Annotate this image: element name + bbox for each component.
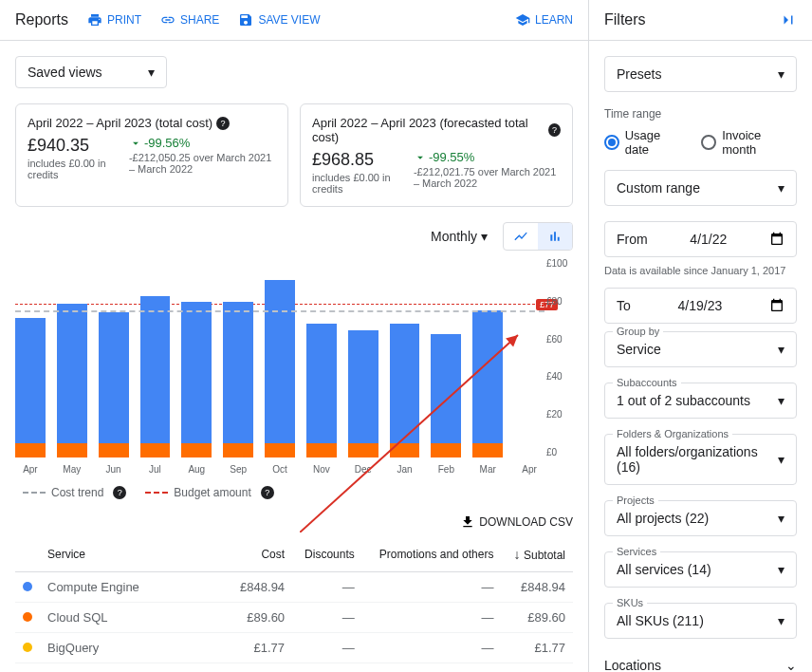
forecast-cost-value: £968.85	[312, 150, 391, 170]
bar-Nov[interactable]: Nov	[306, 324, 337, 457]
help-icon[interactable]: ?	[113, 486, 126, 499]
radio-unchecked-icon	[701, 135, 716, 150]
table-row[interactable]: Cloud SQL£89.60——£89.60	[15, 603, 573, 633]
chart-controls: Monthly ▾	[15, 222, 573, 251]
locations-section[interactable]: Locations⌄	[604, 654, 797, 672]
projects-dropdown[interactable]: ProjectsAll projects (22)▾	[604, 500, 797, 536]
skus-dropdown[interactable]: SKUsAll SKUs (211)▾	[604, 603, 797, 639]
bar-Oct[interactable]: Oct	[265, 280, 295, 457]
calendar-icon	[769, 232, 784, 247]
legend: Cost trend? Budget amount?	[15, 486, 573, 499]
col-cost[interactable]: Cost	[229, 537, 293, 572]
chevron-down-icon: ⌄	[785, 658, 797, 672]
bar-Sep[interactable]: Sep	[223, 302, 253, 457]
filters-header: Filters	[589, 0, 812, 41]
bar-Dec[interactable]: Dec	[348, 330, 378, 457]
interval-dropdown[interactable]: Monthly ▾	[423, 225, 495, 248]
presets-dropdown[interactable]: Presets▾	[604, 56, 797, 92]
header: Reports PRINT SHARE SAVE VIEW LEARN	[0, 0, 588, 41]
help-icon[interactable]: ?	[548, 123, 561, 137]
col-subtotal[interactable]: ↓ Subtotal	[501, 537, 573, 572]
collapse-panel-icon[interactable]	[780, 11, 797, 28]
bar-Apr[interactable]: Apr	[15, 318, 46, 457]
total-cost-card: April 2022 – April 2023 (total cost)? £9…	[15, 103, 288, 207]
bar-Jun[interactable]: Jun	[99, 312, 129, 457]
bar-May[interactable]: May	[57, 304, 87, 457]
chevron-down-icon: ▾	[481, 229, 488, 244]
group-by-dropdown[interactable]: Group byService▾	[604, 331, 797, 367]
help-icon[interactable]: ?	[216, 117, 230, 130]
header-actions: PRINT SHARE SAVE VIEW	[87, 12, 320, 28]
save-icon	[238, 12, 253, 28]
series-dot	[23, 643, 32, 652]
saved-views-dropdown[interactable]: Saved views ▾	[15, 56, 167, 88]
help-icon[interactable]: ?	[261, 486, 274, 499]
print-button[interactable]: PRINT	[87, 12, 141, 28]
content: Saved views ▾ April 2022 – April 2023 (t…	[0, 41, 588, 672]
table-row[interactable]: Cloud Storage£0.02——£0.02	[15, 663, 573, 673]
forecast-cost-card: April 2022 – April 2023 (forecasted tota…	[300, 103, 573, 207]
chart: £77 AprMayJunJulAugSepOctNovDecJanFebMar…	[15, 258, 573, 476]
share-button[interactable]: SHARE	[160, 12, 219, 28]
total-cost-value: £940.35	[28, 136, 106, 156]
chevron-down-icon: ▾	[778, 613, 784, 628]
filters-panel: Filters Presets▾ Time range Usage date I…	[589, 0, 812, 672]
download-icon	[460, 514, 475, 530]
line-chart-toggle[interactable]	[504, 223, 538, 250]
series-dot	[23, 582, 32, 591]
chevron-down-icon: ▾	[778, 393, 784, 408]
learn-button[interactable]: LEARN	[515, 12, 573, 28]
table-row[interactable]: BigQuery£1.77——£1.77	[15, 633, 573, 663]
chevron-down-icon: ▾	[778, 452, 784, 467]
from-hint: Data is available since January 1, 2017	[604, 265, 797, 276]
bar-Mar[interactable]: Mar	[472, 310, 503, 457]
legend-budget: Budget amount?	[145, 486, 273, 499]
bar-Jul[interactable]: Jul	[140, 296, 171, 457]
series-dot	[23, 612, 32, 622]
col-service[interactable]: Service	[40, 537, 229, 572]
link-icon	[160, 12, 175, 28]
chevron-down-icon: ▾	[778, 511, 784, 526]
bar-chart-icon	[547, 229, 563, 244]
save-view-button[interactable]: SAVE VIEW	[238, 12, 320, 28]
chevron-down-icon: ▾	[778, 562, 784, 577]
chevron-down-icon: ▾	[148, 65, 155, 80]
folders-dropdown[interactable]: Folders & OrganizationsAll folders/organ…	[604, 434, 797, 485]
col-promo[interactable]: Promotions and others	[362, 537, 502, 572]
bar-Jan[interactable]: Jan	[390, 324, 420, 457]
cost-table: Service Cost Discounts Promotions and ot…	[15, 537, 573, 672]
chart-type-toggle	[503, 222, 573, 251]
page-title: Reports	[15, 11, 68, 28]
calendar-icon	[769, 298, 784, 313]
from-date-input[interactable]: From 4/1/22	[604, 221, 797, 257]
legend-cost-trend: Cost trend?	[23, 486, 126, 499]
chevron-down-icon: ▾	[778, 180, 784, 196]
line-chart-icon	[513, 229, 528, 244]
sort-desc-icon: ↓	[514, 547, 521, 562]
learn-icon	[515, 12, 530, 28]
chart-bars: AprMayJunJulAugSepOctNovDecJanFebMarApr	[15, 258, 544, 457]
bar-Aug[interactable]: Aug	[181, 302, 212, 457]
summary-cards: April 2022 – April 2023 (total cost)? £9…	[15, 103, 573, 207]
arrow-down-icon	[129, 137, 142, 150]
bar-chart-toggle[interactable]	[538, 223, 572, 250]
to-date-input[interactable]: To 4/19/23	[604, 288, 797, 324]
radio-checked-icon	[604, 135, 619, 150]
chevron-down-icon: ▾	[778, 342, 784, 357]
y-axis: £100£80£60£40£20£0	[546, 258, 573, 457]
time-range-label: Time range	[604, 107, 797, 121]
invoice-month-radio[interactable]: Invoice month	[701, 128, 797, 157]
main-panel: Reports PRINT SHARE SAVE VIEW LEARN	[0, 0, 589, 672]
download-csv-button[interactable]: DOWNLOAD CSV	[15, 514, 573, 530]
usage-date-radio[interactable]: Usage date	[604, 128, 686, 157]
col-discounts[interactable]: Discounts	[292, 537, 362, 572]
chevron-down-icon: ▾	[778, 66, 784, 82]
print-icon	[87, 12, 102, 28]
arrow-down-icon	[414, 151, 427, 164]
services-dropdown[interactable]: ServicesAll services (14)▾	[604, 551, 797, 588]
trend-line	[15, 310, 544, 312]
table-row[interactable]: Compute Engine£848.94——£848.94	[15, 572, 573, 603]
bar-Feb[interactable]: Feb	[431, 334, 461, 457]
subaccounts-dropdown[interactable]: Subaccounts1 out of 2 subaccounts▾	[604, 383, 797, 419]
range-dropdown[interactable]: Custom range▾	[604, 170, 797, 206]
